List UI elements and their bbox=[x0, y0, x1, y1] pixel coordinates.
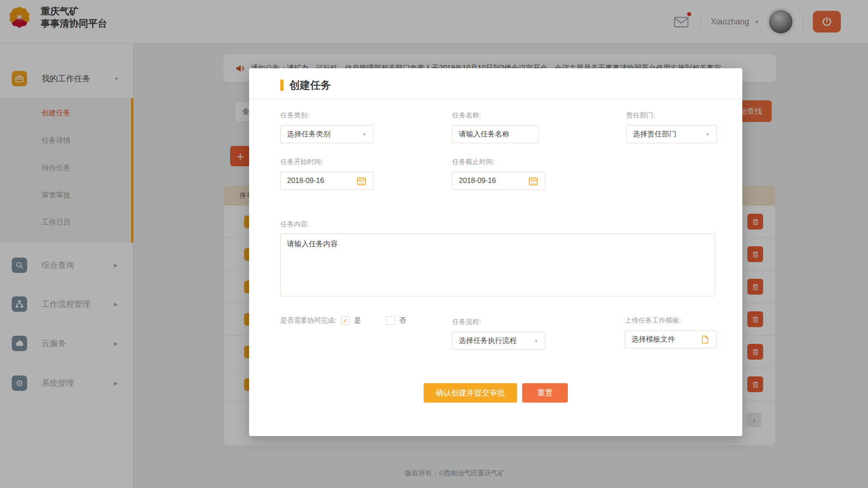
task-category-select[interactable]: 选择任务类别 ▼ bbox=[280, 125, 373, 143]
collab-label: 是否需要协同完成: bbox=[280, 316, 336, 325]
flow-label: 任务流程: bbox=[452, 318, 481, 326]
chevron-down-icon: ▼ bbox=[362, 132, 367, 137]
confirm-submit-button[interactable]: 确认创建并提交审批 bbox=[424, 383, 517, 403]
check-icon: ✓ bbox=[342, 317, 348, 325]
department-value: 选择责任部门 bbox=[633, 130, 676, 139]
department-select[interactable]: 选择责任部门 ▼ bbox=[626, 125, 717, 143]
collab-no-label: 否 bbox=[399, 316, 406, 325]
start-time-label: 任务开始时间: bbox=[280, 158, 323, 166]
title-accent-bar bbox=[280, 80, 283, 91]
start-date-picker[interactable]: 2018-09-16 bbox=[280, 172, 373, 190]
end-date-picker[interactable]: 2018-09-16 bbox=[452, 172, 545, 190]
divider bbox=[249, 99, 742, 99]
department-label: 责任部门: bbox=[626, 111, 655, 120]
end-time-label: 任务截止时间: bbox=[452, 158, 495, 166]
calendar-icon bbox=[356, 176, 367, 186]
task-name-label: 任务名称: bbox=[452, 111, 481, 120]
task-name-input[interactable] bbox=[452, 125, 539, 143]
template-file-picker[interactable]: 选择模板文件 bbox=[625, 330, 717, 348]
chevron-down-icon: ▼ bbox=[534, 338, 538, 343]
template-label: 上传任务工作模板: bbox=[625, 316, 681, 325]
flow-select[interactable]: 选择任务执行流程 ▼ bbox=[452, 332, 545, 350]
task-category-value: 选择任务类别 bbox=[287, 130, 330, 139]
template-value: 选择模板文件 bbox=[632, 335, 675, 344]
task-content-label: 任务内容: bbox=[280, 220, 309, 229]
chevron-down-icon: ▼ bbox=[705, 132, 710, 137]
task-category-label: 任务类别: bbox=[280, 111, 309, 120]
collab-yes-label: 是 bbox=[354, 316, 361, 325]
file-icon bbox=[700, 335, 710, 344]
flow-value: 选择任务执行流程 bbox=[459, 336, 517, 346]
create-task-modal: 创建任务 任务类别: 选择任务类别 ▼ 任务名称: 责任部门: 选择责任部门 ▼… bbox=[249, 68, 742, 436]
reset-button[interactable]: 重置 bbox=[522, 383, 568, 403]
modal-title: 创建任务 bbox=[289, 78, 331, 92]
calendar-icon bbox=[528, 176, 538, 186]
collab-yes-checkbox[interactable]: ✓ bbox=[341, 316, 349, 325]
start-date-value: 2018-09-16 bbox=[287, 177, 324, 185]
task-content-textarea[interactable] bbox=[280, 234, 715, 296]
collab-no-checkbox[interactable] bbox=[386, 316, 395, 325]
end-date-value: 2018-09-16 bbox=[459, 177, 496, 185]
